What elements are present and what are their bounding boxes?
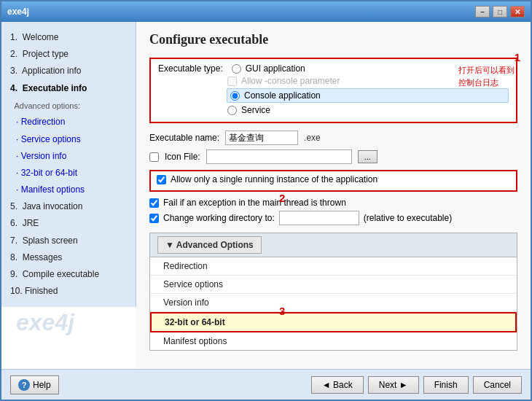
icon-file-row: Icon File: ...	[149, 149, 517, 164]
radio-console[interactable]	[230, 91, 240, 101]
annotation-text-1: 打开后可以看到控制台日志	[458, 64, 520, 88]
sidebar-item-redirection[interactable]: · Redirection	[7, 114, 130, 131]
sidebar-item-service-options[interactable]: · Service options	[7, 131, 130, 148]
finish-label: Finish	[434, 380, 458, 390]
advanced-options-header: ▼ Advanced Options	[150, 233, 517, 257]
radio-console-row: Console application	[227, 88, 509, 103]
adv-item-manifest-options[interactable]: Manifest options	[150, 332, 517, 350]
maximize-button[interactable]: □	[493, 6, 507, 17]
icon-file-checkbox[interactable]	[149, 152, 159, 162]
radio-gui[interactable]	[232, 64, 241, 74]
advanced-options-button[interactable]: ▼ Advanced Options	[157, 236, 262, 254]
single-instance-checkbox[interactable]	[157, 175, 166, 184]
single-instance-box: Allow only a single running instance of …	[149, 170, 517, 192]
sidebar-item-compile[interactable]: 9. Compile executable	[7, 266, 130, 283]
change-dir-hint: (relative to executable)	[364, 213, 452, 223]
cancel-label: Cancel	[484, 380, 511, 390]
change-dir-input[interactable]	[279, 211, 359, 225]
allow-console-row: Allow -console parameter	[158, 76, 509, 86]
fail-exception-row: Fail if an exception in the main thread …	[149, 198, 517, 208]
change-dir-row: Change working directory to: (relative t…	[149, 211, 517, 225]
exe-name-label: Executable name:	[149, 133, 219, 143]
exe-name-row: Executable name: .exe	[149, 131, 517, 145]
main-content: Configure executable 1 打开后可以看到控制台日志 Exec…	[136, 22, 531, 369]
allow-console-checkbox[interactable]	[227, 77, 237, 86]
sidebar-item-32-64-bit[interactable]: · 32-bit or 64-bit	[7, 165, 130, 182]
sidebar: 1. Welcome 2. Project type 3. Applicatio…	[1, 22, 136, 369]
cancel-button[interactable]: Cancel	[473, 376, 522, 394]
service-label: Service	[241, 105, 270, 115]
back-button[interactable]: ◄ Back	[311, 376, 364, 394]
fail-exception-label: Fail if an exception in the main thread …	[163, 198, 346, 208]
console-label: Console application	[244, 90, 321, 101]
footer: ? Help ◄ Back Next ► Finish Cancel	[1, 369, 531, 400]
next-label: Next ►	[379, 380, 408, 390]
icon-file-browse-button[interactable]: ...	[358, 150, 378, 163]
title-bar-buttons: – □ ✕	[475, 6, 525, 17]
main-window: exe4j – □ ✕ 1. Welcome 2. Project type 3…	[0, 0, 532, 401]
exe-type-row: Executable type: GUI application	[158, 63, 509, 74]
adv-item-redirection[interactable]: Redirection	[150, 257, 517, 276]
help-icon: ?	[18, 379, 30, 391]
sidebar-item-messages[interactable]: 8. Messages	[7, 249, 130, 266]
adv-item-version-info[interactable]: Version info	[150, 294, 517, 312]
radio-service-row: Service	[158, 105, 509, 115]
sidebar-item-jre[interactable]: 6. JRE	[7, 215, 130, 232]
sidebar-watermark: exe4j	[16, 309, 74, 336]
sidebar-advanced-options-label: Advanced options:	[7, 97, 130, 114]
help-label: Help	[33, 380, 51, 390]
sidebar-item-app-info[interactable]: 3. Application info	[7, 63, 130, 79]
exe-name-input[interactable]	[225, 131, 298, 145]
annotation-number-1: 1	[515, 51, 520, 63]
radio-service[interactable]	[227, 106, 237, 115]
minimize-button[interactable]: –	[475, 6, 490, 17]
sidebar-item-welcome[interactable]: 1. Welcome	[7, 29, 130, 46]
close-button[interactable]: ✕	[510, 6, 525, 17]
finish-button[interactable]: Finish	[423, 376, 469, 394]
adv-item-service-options[interactable]: Service options	[150, 276, 517, 294]
icon-file-label: Icon File:	[165, 152, 200, 162]
title-bar: exe4j – □ ✕	[1, 1, 531, 22]
sidebar-list: 1. Welcome 2. Project type 3. Applicatio…	[1, 22, 136, 307]
sidebar-item-exe-info[interactable]: 4. Executable info	[7, 80, 130, 97]
icon-file-input[interactable]	[206, 149, 352, 164]
single-instance-row: Allow only a single running instance of …	[157, 174, 510, 184]
sidebar-item-finished[interactable]: 10. Finished	[7, 283, 130, 300]
advanced-options-section: ▼ Advanced Options Redirection Service o…	[149, 233, 517, 351]
sidebar-item-splash-screen[interactable]: 7. Splash screen	[7, 233, 130, 249]
annotation-number-2: 2	[279, 192, 285, 204]
allow-console-label: Allow -console parameter	[241, 76, 340, 86]
sidebar-item-version-info[interactable]: · Version info	[7, 148, 130, 165]
change-dir-label: Change working directory to:	[163, 213, 275, 223]
annotation-number-3: 3	[279, 305, 285, 317]
adv-item-32-64-bit[interactable]: 32-bit or 64-bit	[150, 312, 517, 332]
fail-exception-checkbox[interactable]	[149, 198, 159, 208]
window-title: exe4j	[7, 7, 29, 17]
exe-ext: .exe	[304, 133, 321, 143]
help-button[interactable]: ? Help	[10, 375, 59, 394]
sidebar-item-manifest-options[interactable]: · Manifest options	[7, 182, 130, 198]
back-label: ◄ Back	[322, 380, 353, 390]
sidebar-item-java-invocation[interactable]: 5. Java invocation	[7, 198, 130, 215]
gui-label: GUI application	[246, 63, 305, 74]
content-area: 1. Welcome 2. Project type 3. Applicatio…	[1, 22, 531, 369]
single-instance-label: Allow only a single running instance of …	[171, 174, 378, 184]
change-dir-checkbox[interactable]	[149, 214, 159, 223]
page-title: Configure executable	[149, 32, 517, 47]
exe-type-label: Executable type:	[158, 63, 223, 74]
sidebar-item-project-type[interactable]: 2. Project type	[7, 46, 130, 63]
next-button[interactable]: Next ►	[368, 376, 419, 394]
